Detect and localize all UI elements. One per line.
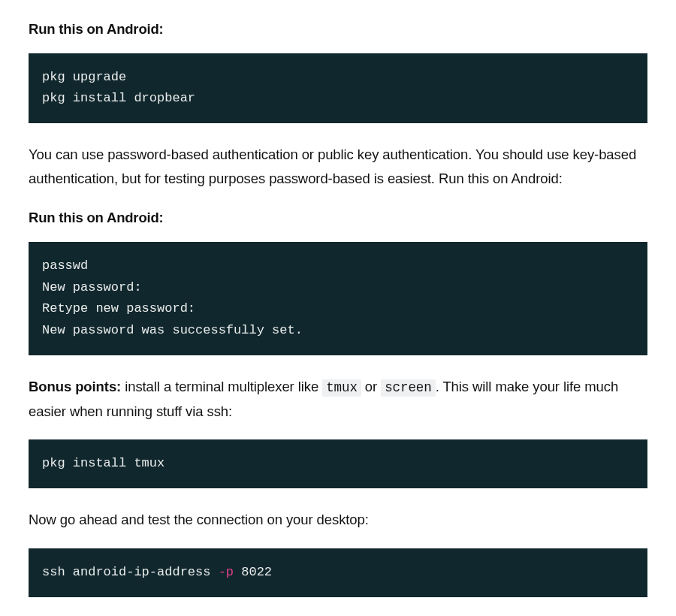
inline-code-tmux: tmux xyxy=(322,379,361,397)
code-line: pkg install dropbear xyxy=(42,91,195,105)
code-line: Retype new password: xyxy=(42,301,195,316)
paragraph-text: or xyxy=(361,379,381,394)
heading-text: Run this on Android: xyxy=(29,210,164,225)
paragraph-bonus-points: Bonus points: install a terminal multipl… xyxy=(29,375,647,423)
code-line: New password was successfully set. xyxy=(42,323,303,337)
code-line: pkg upgrade xyxy=(42,70,126,84)
code-block-install-tmux[interactable]: pkg install tmux xyxy=(29,439,647,488)
heading-run-android-2: Run this on Android: xyxy=(29,207,647,230)
code-block-passwd[interactable]: passwd New password: Retype new password… xyxy=(29,242,647,356)
code-line: pkg install tmux xyxy=(42,456,164,470)
paragraph-text: install a terminal multiplexer like xyxy=(121,379,322,394)
bonus-label: Bonus points: xyxy=(29,379,121,394)
heading-run-android-1: Run this on Android: xyxy=(29,18,647,41)
paragraph-text: Now go ahead and test the connection on … xyxy=(29,512,369,527)
code-flag: -p xyxy=(219,565,234,579)
code-line: New password: xyxy=(42,280,142,294)
code-text: 8022 xyxy=(234,565,272,579)
paragraph-auth-explain: You can use password-based authenticatio… xyxy=(29,143,647,190)
code-block-pkg-install[interactable]: pkg upgrade pkg install dropbear xyxy=(29,53,647,124)
paragraph-text: You can use password-based authenticatio… xyxy=(29,146,636,186)
code-block-ssh[interactable]: ssh android-ip-address -p 8022 xyxy=(29,548,647,597)
code-text: ssh android-ip-address xyxy=(42,565,219,579)
inline-code-screen: screen xyxy=(381,379,435,397)
paragraph-test-connection: Now go ahead and test the connection on … xyxy=(29,508,647,531)
code-line: passwd xyxy=(42,258,88,273)
heading-text: Run this on Android: xyxy=(29,21,164,37)
